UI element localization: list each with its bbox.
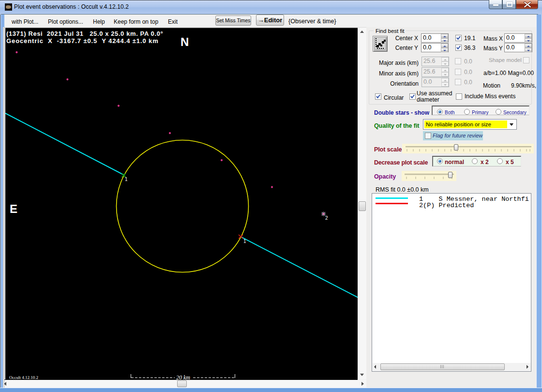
svg-text:Occult 4.12.10.2: Occult 4.12.10.2 — [9, 375, 38, 380]
svg-text:(1371) Resi 2021 Jul 31 25.: (1371) Resi 2021 Jul 31 25.0 x 25.0 km. … — [6, 30, 163, 37]
svg-text:20 km: 20 km — [176, 374, 190, 380]
svg-text:N: N — [181, 35, 189, 48]
svg-text:2: 2 — [325, 215, 328, 221]
svg-text:1: 1 — [125, 177, 128, 182]
svg-text:Geocentric X -3167.7 ±0.5 Y: Geocentric X -3167.7 ±0.5 Y 4244.4 ±1.0 … — [6, 37, 159, 45]
svg-text:E: E — [10, 202, 17, 215]
svg-text:1: 1 — [243, 239, 246, 244]
